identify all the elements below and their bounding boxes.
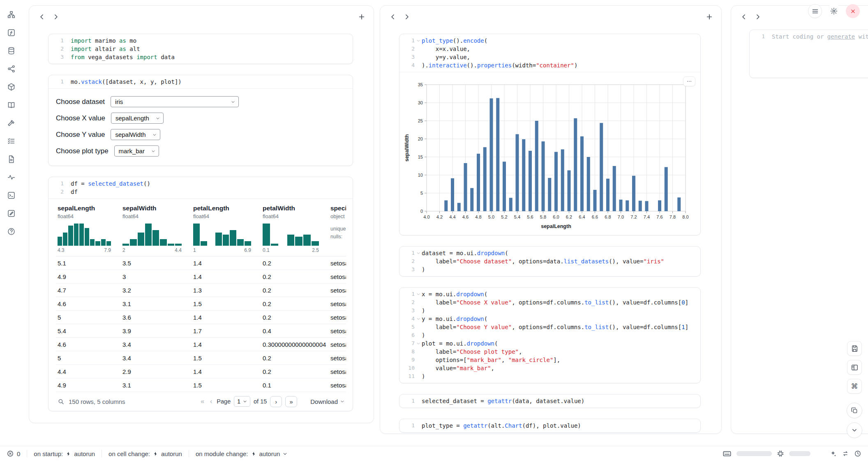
error-indicator[interactable]: 0 [7,450,20,457]
code-line[interactable]: 3) [399,307,697,315]
choose-x-value-select[interactable]: sepalLength [111,113,164,124]
notebook-cell-imports[interactable]: 1import marimo as mo2import altair as al… [48,34,353,64]
table-row[interactable]: 5.43.91.70.4setosa [56,324,346,338]
notebook-cell-dropdowns[interactable]: 1x = mo.ui.dropdown(2 label="Choose X va… [399,287,701,383]
column-move-left-button[interactable] [36,11,48,23]
altair-bar-chart[interactable]: 4.04.24.44.64.85.05.25.45.65.86.06.26.46… [403,79,692,232]
code-editor[interactable]: 1x = mo.ui.dropdown(2 label="Choose X va… [399,288,700,383]
column-move-right-button[interactable] [401,11,413,23]
sidebar-file-tree-button[interactable] [5,8,17,21]
sidebar-share-nodes-button[interactable] [5,62,17,75]
notebook-cell-plot_type[interactable]: 1plot_type = getattr(alt.Chart(df), plot… [399,419,701,433]
code-line[interactable]: 4y = mo.ui.dropdown( [399,315,697,323]
panel-layout-button[interactable] [847,360,862,375]
code-line[interactable]: 11) [399,372,697,380]
choose-dataset-select[interactable]: iris [111,96,239,107]
sidebar-package-button[interactable] [5,81,17,93]
download-button[interactable]: Download [310,398,344,405]
runtime-on-startup[interactable]: on startup: autorun [34,450,95,457]
notebook-cell-plot[interactable]: 1plot_type().encode(2 x=x.value,3 y=y.va… [399,34,701,235]
code-line[interactable]: 1 Start coding or generate with AI. [750,32,868,41]
code-line[interactable]: 1x = mo.ui.dropdown( [399,290,697,298]
search-icon[interactable] [58,398,65,405]
code-line[interactable]: 1plot_type = getattr(alt.Chart(df), plot… [399,422,697,430]
add-cell-button[interactable] [356,11,368,23]
table-row[interactable]: 4.63.41.40.30000000000000004setosa [56,338,346,351]
swap-arrows-icon[interactable] [842,450,849,457]
code-line[interactable]: 2import altair as alt [48,45,349,53]
notebook-cell-selected[interactable]: 1selected_dataset = getattr(data, datase… [399,394,701,408]
page-select[interactable]: 1 [234,396,250,407]
cell-actions-button[interactable] [683,76,695,86]
table-row[interactable]: 4.931.40.2setosa [56,270,346,284]
column-move-left-button[interactable] [387,11,399,23]
sidebar-function-square-button[interactable] [5,26,17,39]
code-line[interactable]: 2 label="Choose X value", options=df.col… [399,298,697,307]
code-line[interactable]: 1plot_type().encode( [399,37,697,45]
clock-icon[interactable] [854,450,861,457]
code-line[interactable]: 10 value="mark_bar", [399,364,697,372]
code-editor[interactable]: 1selected_dataset = getattr(data, datase… [399,394,700,408]
notebook-cell-df[interactable]: 1df = selected_dataset()2dfsepalLengthfl… [48,177,353,411]
minimap-button[interactable] [847,403,862,418]
code-line[interactable]: 3from vega_datasets import data [48,53,349,61]
choose-plot-type-select[interactable]: mark_bar [114,145,159,157]
code-line[interactable]: 9 options=["mark_bar", "mark_circle"], [399,356,697,364]
sidebar-pen-square-button[interactable] [5,207,17,219]
code-line[interactable]: 2 label="Choose dataset", options=data.l… [399,257,697,265]
column-histogram[interactable] [193,224,257,246]
shutdown-button[interactable] [846,4,860,18]
column-histogram[interactable] [263,224,325,246]
column-histogram[interactable] [58,224,117,246]
code-editor[interactable]: 1 Start coding or generate with AI. [750,30,868,43]
sidebar-terminal-box-button[interactable] [5,189,17,201]
code-line[interactable]: 2 x=x.value, [399,45,697,53]
generate-with-ai-link[interactable]: generate [827,33,855,40]
sparkles-icon[interactable] [829,450,837,457]
column-move-right-button[interactable] [50,11,62,23]
sidebar-list-checks-button[interactable] [5,135,17,147]
choose-y-value-select[interactable]: sepalWidth [111,129,160,140]
last-page-button[interactable]: » [285,396,297,407]
table-row[interactable]: 53.61.40.2setosa [56,311,346,324]
code-line[interactable]: 1import marimo as mo [48,37,349,45]
next-page-button[interactable]: › [270,396,282,407]
runtime-on-module-change[interactable]: on module change: autorun [196,450,287,457]
sidebar-hammer-button[interactable] [5,117,17,129]
column-histogram[interactable] [122,224,187,246]
add-cell-button[interactable] [703,11,716,23]
code-line[interactable]: 7plot = mo.ui.dropdown( [399,339,697,348]
notebook-cell-dataset[interactable]: 1dataset = mo.ui.dropdown(2 label="Choos… [399,246,701,277]
table-row[interactable]: 4.73.21.30.2setosa [56,284,346,297]
table-row[interactable]: 4.63.11.50.2setosa [56,297,346,311]
code-line[interactable]: 3) [399,265,697,274]
code-line[interactable]: 1mo.vstack([dataset, x, y, plot]) [48,78,349,86]
code-editor[interactable]: 1mo.vstack([dataset, x, y, plot]) [48,75,353,88]
code-editor[interactable]: 1dataset = mo.ui.dropdown(2 label="Choos… [399,247,700,276]
empty-code-cell[interactable]: 1 Start coding or generate with AI. [749,30,868,78]
scroll-to-bottom-button[interactable] [847,422,862,438]
code-line[interactable]: 1selected_dataset = getattr(data, datase… [399,397,697,405]
settings-button[interactable] [827,4,841,18]
runtime-on-cell-change[interactable]: on cell change: autorun [108,450,182,457]
code-editor[interactable]: 1plot_type = getattr(alt.Chart(df), plot… [399,419,700,432]
code-line[interactable]: 5 label="Choose Y value", options=df.col… [399,323,697,331]
keyboard-icon[interactable] [723,449,732,458]
code-line[interactable]: 6) [399,331,697,339]
column-move-left-button[interactable] [738,11,750,23]
table-row[interactable]: 53.41.50.2setosa [56,351,346,365]
code-editor[interactable]: 1import marimo as mo2import altair as al… [48,34,353,64]
table-row[interactable]: 4.93.11.50.1setosa [56,378,346,392]
code-line[interactable]: 3 y=y.value, [399,53,697,61]
command-palette-button[interactable]: ⌘ [847,379,862,394]
code-line[interactable]: 2df [48,188,349,196]
sidebar-database-button[interactable] [5,44,17,57]
code-line[interactable]: 4).interactive().properties(width="conta… [399,61,697,69]
code-editor[interactable]: 1plot_type().encode(2 x=x.value,3 y=y.va… [399,34,700,72]
table-row[interactable]: 5.13.51.40.2setosa [56,256,346,270]
code-line[interactable]: 8 label="Choose plot type", [399,348,697,356]
column-move-right-button[interactable] [752,11,764,23]
table-row[interactable]: 4.42.91.40.2setosa [56,365,346,378]
notebook-menu-button[interactable] [808,4,822,18]
sidebar-help-circle-button[interactable] [5,225,17,237]
